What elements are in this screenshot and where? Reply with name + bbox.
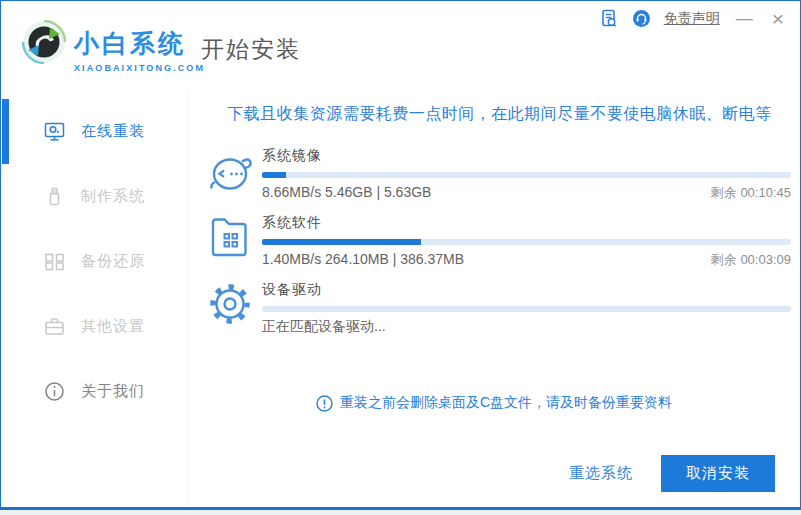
reselect-system-button[interactable]: 重选系统: [569, 464, 633, 483]
license-doc-icon[interactable]: [600, 9, 619, 28]
sidebar-item-label: 在线重装: [81, 122, 145, 141]
progress-fill: [262, 172, 286, 178]
progress-bar-system-image: [262, 172, 791, 178]
sidebar-item-make-system[interactable]: 制作系统: [2, 164, 188, 229]
minimize-button[interactable]: —: [733, 9, 756, 28]
task-remaining: 剩余 00:10:45: [711, 184, 791, 202]
gear-icon: [208, 281, 253, 327]
sidebar-item-label: 关于我们: [81, 382, 145, 401]
task-row-device-driver: 设备驱动 正在匹配设备驱动...: [208, 278, 791, 336]
customer-service-icon[interactable]: [632, 9, 651, 28]
task-row-system-software: 系统软件 1.40MB/s 264.10MB | 386.37MB 剩余 00:…: [208, 211, 791, 269]
task-list: 系统镜像 8.66MB/s 5.46GB | 5.63GB 剩余 00:10:4…: [208, 144, 791, 336]
backup-warning: 重装之前会删除桌面及C盘文件，请及时备份重要资料: [189, 394, 799, 412]
sidebar-item-other-settings[interactable]: 其他设置: [2, 294, 188, 359]
disclaimer-link[interactable]: 免责声明: [664, 10, 720, 28]
task-detail: 1.40MB/s 264.10MB | 386.37MB: [262, 251, 464, 269]
about-us-icon: [44, 381, 65, 402]
sidebar-item-online-reinstall[interactable]: 在线重装: [2, 99, 188, 164]
task-title: 设备驱动: [262, 278, 791, 299]
sidebar-item-label: 制作系统: [81, 187, 145, 206]
task-title: 系统镜像: [262, 144, 791, 165]
task-detail: 8.66MB/s 5.46GB | 5.63GB: [262, 184, 431, 202]
task-row-system-image: 系统镜像 8.66MB/s 5.46GB | 5.63GB 剩余 00:10:4…: [208, 144, 791, 202]
usb-make-system-icon: [44, 186, 65, 207]
title-bar: 小白系统 XIAOBAIXITONG.COM 开始安装 免责声明 — ×: [1, 1, 800, 89]
footer-actions: 重选系统 取消安装: [569, 455, 775, 492]
sidebar-item-label: 备份还原: [81, 252, 145, 271]
task-detail: 正在匹配设备驱动...: [262, 318, 386, 336]
sidebar-item-label: 其他设置: [81, 317, 145, 336]
brand-name: 小白系统: [74, 27, 205, 60]
close-button[interactable]: ×: [769, 9, 787, 28]
mascot-face-icon: [208, 147, 253, 195]
cancel-install-button[interactable]: 取消安装: [661, 455, 775, 492]
xiaobai-logo-icon: [22, 20, 66, 64]
brand-domain: XIAOBAIXITONG.COM: [74, 63, 205, 73]
sidebar-item-backup-restore[interactable]: 备份还原: [2, 229, 188, 294]
exclamation-circle-icon: [316, 395, 333, 412]
progress-bar-system-software: [262, 239, 791, 245]
task-remaining: 剩余 00:03:09: [711, 251, 791, 269]
other-settings-icon: [44, 316, 65, 337]
task-title: 系统软件: [262, 211, 791, 232]
download-notice: 下载且收集资源需要耗费一点时间，在此期间尽量不要使电脑休眠、断电等: [208, 104, 791, 125]
app-window: 小白系统 XIAOBAIXITONG.COM 开始安装 免责声明 — ×: [0, 0, 801, 510]
progress-fill: [262, 239, 421, 245]
sidebar: 在线重装 制作系统 备份还原: [2, 89, 189, 507]
sidebar-item-about-us[interactable]: 关于我们: [2, 359, 188, 424]
backup-restore-icon: [44, 251, 65, 272]
titlebar-actions: 免责声明 — ×: [600, 9, 787, 28]
backup-warning-text: 重装之前会删除桌面及C盘文件，请及时备份重要资料: [340, 394, 672, 412]
page-title: 开始安装: [201, 34, 301, 65]
brand-block: 小白系统 XIAOBAIXITONG.COM: [74, 27, 205, 73]
folder-grid-icon: [208, 214, 253, 260]
progress-bar-device-driver: [262, 306, 791, 312]
window-body: 在线重装 制作系统 备份还原: [2, 89, 799, 507]
main-content: 下载且收集资源需要耗费一点时间，在此期间尽量不要使电脑休眠、断电等: [189, 89, 799, 507]
online-reinstall-icon: [44, 121, 65, 142]
